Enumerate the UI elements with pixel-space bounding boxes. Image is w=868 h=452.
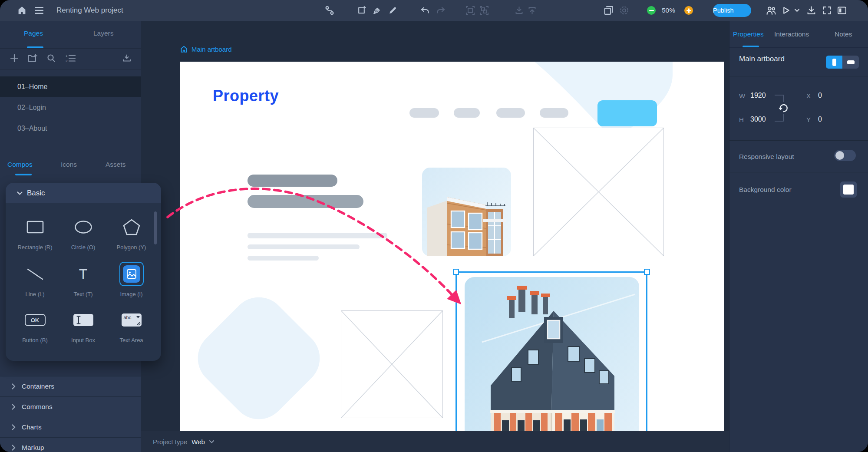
page-order-list-icon[interactable]: 12 (65, 54, 76, 64)
image-placeholder[interactable] (533, 128, 664, 256)
ungroup-icon[interactable] (479, 6, 489, 15)
heading-placeholder[interactable] (248, 175, 337, 187)
undo-icon[interactable] (420, 7, 430, 15)
component-text-area[interactable]: abc Text Area (107, 301, 155, 347)
subheading-placeholder[interactable] (248, 195, 363, 208)
import-pages-icon[interactable] (122, 54, 131, 64)
main-artboard[interactable]: Property (180, 62, 724, 452)
page-item-home[interactable]: 01–Home (0, 76, 141, 97)
component-rectangle[interactable]: Rectangle (R) (11, 211, 59, 254)
search-pages-icon[interactable] (47, 54, 56, 64)
selection-outline (119, 262, 144, 286)
tab-notes[interactable]: Notes (835, 30, 852, 38)
focus-target-icon[interactable] (619, 6, 629, 16)
basic-components-panel: Basic Rectangle (R) Circle (O) Polygon (… (6, 183, 161, 361)
placeholder-cross (341, 311, 442, 418)
component-polygon[interactable]: Polygon (Y) (107, 211, 155, 254)
selection-frame[interactable] (455, 271, 647, 452)
nav-link-placeholder[interactable] (409, 108, 439, 118)
group-icon[interactable] (465, 6, 475, 15)
component-line[interactable]: Line (L) (11, 254, 59, 301)
canvas-area[interactable]: Main artboard Property (141, 21, 729, 452)
page-item-about[interactable]: 03–About (0, 118, 141, 139)
library-tabs: Compos Icons Assets (0, 155, 141, 177)
image-placeholder[interactable] (341, 310, 443, 418)
preview-options-chevron-icon[interactable] (795, 9, 799, 12)
background-color-picker[interactable] (840, 181, 857, 198)
height-value[interactable]: 3000 (750, 115, 766, 123)
pencil-icon[interactable] (388, 6, 397, 15)
component-image-selected[interactable]: Image (I) (107, 254, 155, 301)
resize-handle-top-left[interactable] (453, 269, 459, 275)
section-markup[interactable]: Markup (0, 437, 141, 452)
panel-scrollbar[interactable] (154, 211, 157, 244)
section-basic-header[interactable]: Basic (6, 183, 161, 203)
main-menu-icon[interactable] (35, 7, 43, 14)
tab-layers[interactable]: Layers (93, 30, 114, 37)
nav-link-placeholder[interactable] (454, 108, 480, 118)
landscape-option[interactable] (842, 56, 859, 69)
resize-handle-top-right[interactable] (644, 269, 650, 275)
add-page-icon[interactable] (10, 54, 18, 64)
tab-icons[interactable]: Icons (61, 161, 77, 168)
width-label: W (739, 92, 745, 99)
width-value[interactable]: 1920 (750, 92, 766, 99)
section-commons[interactable]: Commons (0, 396, 141, 417)
property-logo[interactable]: Property (213, 87, 279, 105)
home-icon[interactable] (17, 6, 26, 15)
move-to-front-icon[interactable] (528, 6, 537, 15)
page-item-login[interactable]: 02–Login (0, 97, 141, 118)
download-icon[interactable] (807, 6, 816, 15)
text-icon: T (79, 267, 88, 281)
duplicate-layers-icon[interactable] (604, 6, 614, 16)
decorative-blob[interactable] (186, 286, 331, 431)
collaboration-icon[interactable] (766, 6, 776, 15)
component-text[interactable]: T Text (T) (59, 254, 107, 301)
publish-button[interactable]: Publish (713, 4, 751, 17)
fullscreen-icon[interactable] (822, 6, 832, 15)
section-containers[interactable]: Containers (0, 376, 141, 396)
pen-tool-icon[interactable] (373, 6, 382, 15)
flow-link-icon[interactable] (325, 6, 334, 15)
component-button[interactable]: OK Button (B) (11, 301, 59, 347)
tab-interactions[interactable]: Interactions (774, 30, 809, 38)
section-charts[interactable]: Charts (0, 417, 141, 437)
tab-pages[interactable]: Pages (24, 30, 43, 37)
add-artboard-icon[interactable] (357, 6, 366, 15)
orientation-switch[interactable] (826, 56, 859, 69)
nav-link-placeholder[interactable] (496, 108, 525, 118)
button-icon: OK (25, 314, 46, 326)
tab-compos[interactable]: Compos (7, 161, 33, 168)
building-photo-small[interactable] (422, 168, 511, 256)
top-toolbar: Renting Web project 50% (0, 0, 868, 21)
placeholder-cross (534, 128, 663, 256)
nav-link-placeholder[interactable] (540, 108, 568, 118)
landscape-icon (847, 60, 855, 64)
panel-toggle-icon[interactable] (837, 6, 847, 15)
responsive-layout-toggle[interactable] (834, 150, 856, 161)
add-folder-icon[interactable] (28, 54, 38, 64)
project-type-value[interactable]: Web (191, 438, 205, 445)
zoom-out-button[interactable] (647, 6, 656, 15)
zoom-in-button[interactable] (684, 6, 693, 15)
left-sidebar: Pages Layers 12 01–Home 02–Login 03–Abou… (0, 21, 141, 452)
component-input-box[interactable]: Input Box (59, 301, 107, 347)
text-line-placeholder[interactable] (248, 244, 360, 249)
svg-text:1: 1 (66, 54, 68, 58)
text-line-placeholder[interactable] (248, 256, 319, 261)
redo-icon[interactable] (436, 7, 446, 15)
artboard-label[interactable]: Main artboard (180, 46, 232, 53)
portrait-option[interactable] (826, 56, 842, 69)
text-line-placeholder[interactable] (248, 233, 387, 238)
tab-assets[interactable]: Assets (106, 161, 126, 168)
chevron-right-icon (12, 424, 16, 430)
component-circle[interactable]: Circle (O) (59, 211, 107, 254)
tab-properties[interactable]: Properties (733, 30, 764, 38)
y-value[interactable]: 0 (818, 115, 822, 123)
x-value[interactable]: 0 (818, 92, 822, 99)
cta-button-placeholder[interactable] (597, 100, 657, 126)
toggle-knob (835, 151, 844, 160)
preview-play-icon[interactable] (782, 6, 791, 15)
chevron-down-icon[interactable] (209, 440, 214, 443)
move-to-back-icon[interactable] (515, 6, 524, 15)
